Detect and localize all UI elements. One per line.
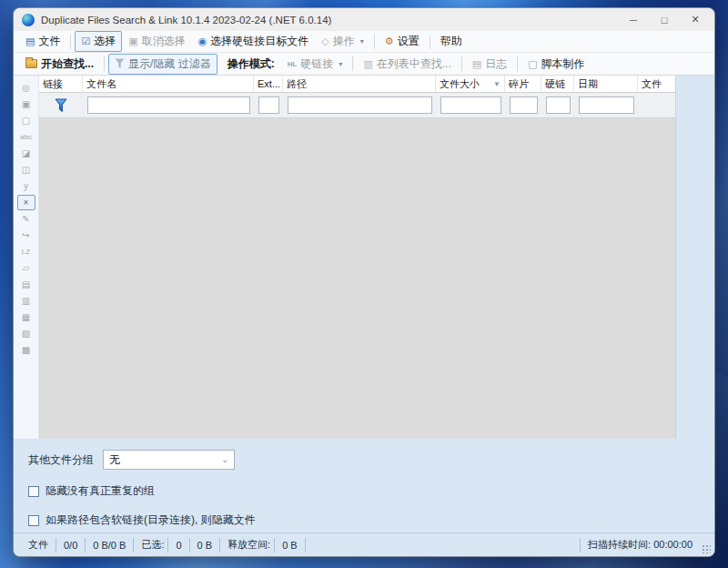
table-header-row: 链接 文件名 Ext... 路径 文件大小 ▼ 碎片 硬链 日期 文件 (39, 76, 675, 93)
files-count: 0/0 (56, 538, 86, 553)
select-branch-icon[interactable]: y (17, 178, 35, 194)
filename-filter-input[interactable] (87, 96, 250, 114)
search-options-icon[interactable]: ◎ (17, 80, 35, 96)
filter-cell-filename (83, 96, 254, 114)
separator (430, 35, 430, 49)
column-header-hardlinks[interactable]: 硬链 (541, 76, 574, 92)
column-header-ext[interactable]: Ext... (254, 76, 283, 92)
select-menu-button[interactable]: ☑ 选择 (75, 31, 122, 52)
free-space-label: 释放空间: (220, 538, 274, 553)
script-icon: ▢ (528, 59, 537, 69)
deselect-button[interactable]: ▣ 取消选择 (122, 31, 191, 52)
toggle-filter-button[interactable]: 显示/隐藏 过滤器 (108, 54, 217, 75)
hardlinks-filter-input[interactable] (546, 96, 571, 114)
status-bar: 文件 0/0 0 B/0 B 已选: 0 0 B 释放空间: 0 B 扫描持续时… (14, 532, 714, 556)
list-mark-first-icon[interactable]: ▤ (17, 277, 35, 292)
files-label: 文件 (21, 538, 56, 553)
column-header-filename[interactable]: 文件名 (83, 76, 254, 92)
content-area: ◎ ▣ ▢ abc ◪ ◫ y × ✎ ↪ LZ ▱ ▤ ▥ ▦ ▧ ▩ (14, 76, 714, 439)
filter-funnel-icon (55, 98, 67, 113)
group-by-select[interactable]: 无 ⌄ (103, 450, 235, 470)
filter-cell-filesize (436, 96, 505, 114)
close-button[interactable]: ✕ (680, 9, 711, 30)
tools-icon: ⚙ (385, 36, 394, 46)
ext-filter-input[interactable] (258, 96, 279, 114)
app-window: Duplicate Files Search & Link 10.1.4 202… (13, 7, 715, 557)
files-size: 0 B/0 B (86, 538, 134, 553)
list-mark-oldest-icon[interactable]: ▧ (17, 326, 35, 341)
date-filter-input[interactable] (579, 96, 634, 114)
column-header-path[interactable]: 路径 (283, 76, 436, 92)
hardlink-icon: HL (288, 60, 298, 68)
hide-symlink-checkbox[interactable] (28, 515, 39, 526)
chevron-down-icon: ▾ (360, 37, 364, 46)
separator (352, 56, 353, 71)
select-remove-group-icon[interactable]: ▢ (17, 113, 35, 128)
cleanup-brush-icon[interactable]: ✎ (17, 211, 35, 227)
list-mark-newest-icon[interactable]: ▦ (17, 309, 35, 325)
filter-row (39, 93, 675, 118)
hide-nonduplicate-label: 隐藏没有真正重复的组 (46, 483, 155, 499)
select-hardlink-target-button[interactable]: ◉ 选择硬链接目标文件 (192, 31, 316, 52)
select-add-group-icon[interactable]: ▣ (17, 96, 35, 112)
column-header-link[interactable]: 链接 (39, 76, 83, 92)
help-menu-button[interactable]: 帮助 (434, 31, 469, 52)
column-header-filesize[interactable]: 文件大小 ▼ (436, 76, 505, 92)
chevron-down-icon: ⌄ (221, 455, 228, 464)
group-grid-icon[interactable]: ▩ (17, 342, 35, 358)
scan-duration: 扫描持续时间: 00:00:00 (580, 538, 700, 553)
filter-cell-link (39, 98, 83, 113)
compress-lz-icon[interactable]: LZ (17, 244, 35, 259)
group-by-label: 其他文件分组 (28, 452, 94, 468)
select-by-pattern-alt-icon[interactable]: ◫ (17, 162, 35, 178)
filter-cell-ext (254, 96, 283, 114)
search-folder-icon (25, 59, 37, 68)
log-button[interactable]: ▤ 日志 (466, 54, 513, 75)
results-grid-empty[interactable] (39, 118, 675, 439)
copy-list-icon[interactable]: ▱ (17, 260, 35, 276)
filter-cell-date (574, 96, 638, 114)
selected-label: 已选: (134, 538, 167, 553)
move-to-folder-icon[interactable]: ↪ (17, 228, 35, 243)
hide-nonduplicate-checkbox[interactable] (28, 486, 39, 497)
maximize-button[interactable]: □ (649, 9, 680, 30)
checkbox-checked-icon: ☑ (81, 36, 90, 46)
column-header-file[interactable]: 文件 (638, 76, 676, 92)
settings-button[interactable]: ⚙ 设置 (379, 31, 426, 52)
title-bar: Duplicate Files Search & Link 10.1.4 202… (14, 8, 714, 31)
separator (461, 56, 462, 71)
separator (70, 35, 71, 49)
resize-grip[interactable] (702, 544, 711, 553)
find-in-list-button[interactable]: ▥ 在列表中查找... (357, 54, 457, 75)
clear-selection-icon[interactable]: × (17, 195, 35, 210)
main-toolbar: ▤ 文件 ☑ 选择 ▣ 取消选择 ◉ 选择硬链接目标文件 ◇ 操作 ▾ (14, 31, 714, 53)
filesize-filter-input[interactable] (440, 96, 501, 114)
file-menu-button[interactable]: ▤ 文件 (19, 31, 66, 52)
hide-symlink-label: 如果路径包含软链接(目录连接), 则隐藏文件 (46, 512, 256, 528)
group-by-row: 其他文件分组 无 ⌄ (28, 450, 700, 470)
abc-rename-icon[interactable]: abc (17, 129, 35, 145)
results-table: 链接 文件名 Ext... 路径 文件大小 ▼ 碎片 硬链 日期 文件 (39, 76, 676, 439)
select-by-pattern-icon[interactable]: ◪ (17, 146, 35, 161)
separator (517, 56, 518, 71)
side-toolbar: ◎ ▣ ▢ abc ◪ ◫ y × ✎ ↪ LZ ▱ ▤ ▥ ▦ ▧ ▩ (14, 76, 39, 439)
app-icon (22, 14, 35, 26)
column-header-fragments[interactable]: 碎片 (505, 76, 541, 92)
filter-cell-fragments (505, 96, 541, 114)
desktop-wallpaper: Duplicate Files Search & Link 10.1.4 202… (0, 0, 728, 568)
hardlink-mode-dropdown[interactable]: HL 硬链接 ▾ (281, 54, 349, 75)
search-toolbar: 开始查找... 显示/隐藏 过滤器 操作模式: HL 硬链接 ▾ ▥ 在列表中查… (14, 53, 714, 76)
selected-size: 0 B (190, 538, 221, 553)
scripting-button[interactable]: ▢ 脚本制作 (521, 54, 591, 75)
operations-menu-button[interactable]: ◇ 操作 ▾ (315, 31, 369, 52)
free-space-value: 0 B (274, 538, 306, 553)
minimize-button[interactable]: ─ (618, 9, 649, 30)
path-filter-input[interactable] (288, 96, 432, 114)
target-circle-icon: ◉ (198, 36, 207, 46)
column-header-date[interactable]: 日期 (574, 76, 638, 92)
window-title: Duplicate Files Search & Link 10.1.4 202… (41, 15, 331, 25)
list-mark-filter-icon[interactable]: ▥ (17, 293, 35, 309)
operation-mode-label: 操作模式: (217, 54, 281, 75)
fragments-filter-input[interactable] (510, 96, 538, 114)
start-search-button[interactable]: 开始查找... (19, 54, 100, 75)
